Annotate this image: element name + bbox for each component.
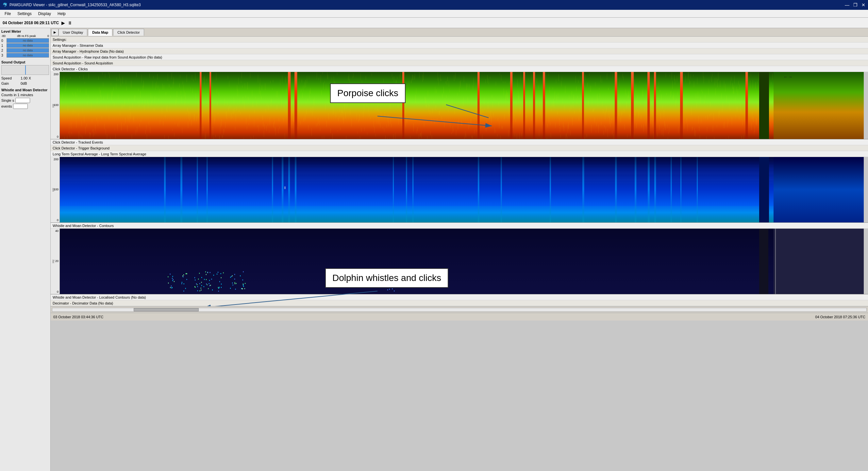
whistle-visual bbox=[60, 229, 868, 294]
restore-button[interactable]: ❐ bbox=[853, 2, 858, 7]
y-min-3: 0 bbox=[57, 290, 59, 293]
status-right: 04 October 2018 07:25:36 UTC bbox=[815, 315, 865, 319]
settings-section: Settings: Array Manager - Streamer Data … bbox=[51, 37, 868, 72]
ltsa-text: Long Term Spectral Average - Long Term S… bbox=[53, 152, 147, 156]
minimize-button[interactable]: — bbox=[845, 2, 849, 7]
settings-text-3: Sound Acquisition - Raw input data from … bbox=[53, 55, 162, 59]
level-row-1: 1 no data bbox=[1, 43, 49, 48]
click-detector-panel: 200 100 0 Hz bbox=[51, 72, 868, 139]
window-title: PAMGUARD Viewer - st4c_gillnet_Cornwall_… bbox=[9, 3, 141, 7]
level-row-2: 2 no data bbox=[1, 48, 49, 53]
channel-3-id: 3 bbox=[1, 54, 6, 57]
sound-output-slider[interactable] bbox=[1, 65, 49, 75]
settings-text-1: Array Manager - Streamer Data bbox=[53, 43, 103, 48]
tab-scroll-arrow[interactable]: ▶ bbox=[51, 29, 59, 36]
datetime-display: 04 October 2018 06:29:11 UTC bbox=[3, 21, 59, 25]
play-button[interactable]: ▶ bbox=[61, 20, 65, 26]
settings-row-1: Array Manager - Streamer Data bbox=[51, 42, 868, 49]
whistle-panel: 40 20 0 Hz bbox=[51, 229, 868, 294]
channel-2-label: no data bbox=[23, 49, 33, 52]
level-meter-section: Level Meter -80 dB re.FS peak 0 0 no dat… bbox=[1, 29, 49, 58]
ltsa-label: Long Term Spectral Average - Long Term S… bbox=[51, 151, 868, 157]
whistle-section: Whistle and Moan Detector Counts in 1 mi… bbox=[1, 88, 49, 109]
settings-text-5: Click Detector - Clicks bbox=[53, 67, 88, 71]
gain-value: 0dB bbox=[21, 82, 27, 85]
y-max-2: 200 bbox=[54, 158, 59, 161]
single-input[interactable] bbox=[16, 98, 30, 103]
trigger-background-label: Click Detector - Trigger Background bbox=[51, 145, 868, 151]
channel-3-bar: no data bbox=[6, 53, 49, 58]
click-detector-canvas-row: 200 100 0 Hz bbox=[51, 72, 868, 139]
ltsa-y-axis: 200 100 0 Hz bbox=[51, 157, 60, 223]
click-detector-visual bbox=[60, 72, 868, 139]
whistle-contours-label: Whistle and Moan Detector - Contours bbox=[51, 223, 868, 229]
tab-user-display[interactable]: User Display bbox=[59, 29, 87, 36]
settings-row-4: Sound Acquisition - Sound Acquisition bbox=[51, 60, 868, 66]
speed-row: Speed 1.00 X bbox=[1, 76, 49, 80]
localised-contours-label: Whistle and Moan Detector - Localised Co… bbox=[51, 294, 868, 300]
dolphin-label: Dolphin whistles and clicks bbox=[332, 273, 441, 283]
porpoise-label: Porpoise clicks bbox=[337, 88, 398, 98]
y-min-1: 0 bbox=[57, 135, 59, 138]
events-row: events bbox=[1, 104, 49, 109]
ltsa-canvas-row: 200 100 0 Hz bbox=[51, 157, 868, 223]
y-mid-3: 20 bbox=[55, 259, 59, 263]
left-panel: Level Meter -80 dB re.FS peak 0 0 no dat… bbox=[0, 28, 51, 471]
status-left: 03 October 2018 03:44:36 UTC bbox=[53, 315, 103, 319]
porpoise-callout: Porpoise clicks bbox=[330, 83, 406, 103]
settings-text-2: Array Manager - Hydrophone Data (No data… bbox=[53, 49, 124, 53]
decimator-text: Decimator - Decimator Data (No data) bbox=[53, 301, 113, 305]
title-bar-left: 🐬 PAMGUARD Viewer - st4c_gillnet_Cornwal… bbox=[3, 3, 141, 7]
tab-click-detector[interactable]: Click Detector bbox=[113, 29, 144, 36]
settings-text-4: Sound Acquisition - Sound Acquisition bbox=[53, 61, 113, 65]
menu-bar: File Settings Display Help bbox=[0, 10, 868, 18]
whistle-contours-text: Whistle and Moan Detector - Contours bbox=[53, 224, 114, 228]
counts-value: 1 minutes bbox=[18, 93, 33, 97]
menu-settings[interactable]: Settings bbox=[14, 11, 35, 17]
level-max: 0 bbox=[48, 34, 49, 38]
y-unit-3: Hz bbox=[52, 260, 55, 263]
gain-row: Gain 0dB bbox=[1, 82, 49, 85]
level-row-3: 3 no data bbox=[1, 53, 49, 58]
menu-display[interactable]: Display bbox=[35, 11, 54, 17]
tracked-events-label: Click Detector - Tracked Events bbox=[51, 139, 868, 145]
spectrogram-container: 200 100 0 Hz Click Detector - Tracked Ev… bbox=[51, 72, 868, 306]
menu-file[interactable]: File bbox=[1, 11, 14, 17]
channel-0-id: 0 bbox=[1, 39, 6, 42]
menu-help[interactable]: Help bbox=[54, 11, 69, 17]
scrollbar-thumb[interactable] bbox=[134, 308, 199, 312]
close-button[interactable]: ✕ bbox=[862, 2, 865, 7]
events-input[interactable] bbox=[13, 104, 28, 109]
status-bar: 03 October 2018 03:44:36 UTC 04 October … bbox=[51, 313, 868, 321]
level-meter-title: Level Meter bbox=[1, 29, 49, 33]
whistle-title: Whistle and Moan Detector bbox=[1, 88, 49, 92]
speed-value: 1.00 X bbox=[21, 76, 31, 80]
tab-bar: ▶ User Display Data Map Click Detector bbox=[51, 28, 868, 37]
dolphin-callout: Dolphin whistles and clicks bbox=[325, 268, 448, 288]
right-content: ▶ User Display Data Map Click Detector S… bbox=[51, 28, 868, 471]
channel-2-bar: no data bbox=[6, 48, 49, 53]
settings-row-2: Array Manager - Hydrophone Data (No data… bbox=[51, 49, 868, 54]
level-header: -80 dB re.FS peak 0 bbox=[1, 34, 49, 38]
counts-label: Counts in bbox=[1, 93, 18, 97]
level-min: -80 bbox=[1, 34, 5, 38]
channel-1-id: 1 bbox=[1, 44, 6, 48]
settings-row-0: Settings: bbox=[51, 37, 868, 42]
toolbar: 04 October 2018 06:29:11 UTC ▶ ⏸ bbox=[0, 18, 868, 28]
title-bar-controls[interactable]: — ❐ ✕ bbox=[845, 2, 865, 7]
y-max-1: 200 bbox=[54, 72, 59, 76]
pause-button[interactable]: ⏸ bbox=[68, 20, 72, 26]
click-detector-y-axis: 200 100 0 Hz bbox=[51, 72, 60, 139]
tab-data-map[interactable]: Data Map bbox=[88, 29, 113, 36]
events-label: events bbox=[1, 104, 12, 108]
whistle-y-axis: 40 20 0 Hz bbox=[51, 229, 60, 294]
settings-row-3: Sound Acquisition - Raw input data from … bbox=[51, 54, 868, 60]
channel-1-label: no data bbox=[23, 44, 33, 47]
speed-label: Speed bbox=[1, 76, 19, 80]
app-icon: 🐬 bbox=[3, 3, 7, 7]
ltsa-visual bbox=[60, 157, 868, 223]
counts-row: Counts in 1 minutes bbox=[1, 93, 49, 97]
scrollbar-track[interactable] bbox=[52, 308, 867, 312]
level-unit: dB re.FS peak bbox=[17, 34, 36, 38]
h-scrollbar[interactable] bbox=[51, 306, 868, 313]
